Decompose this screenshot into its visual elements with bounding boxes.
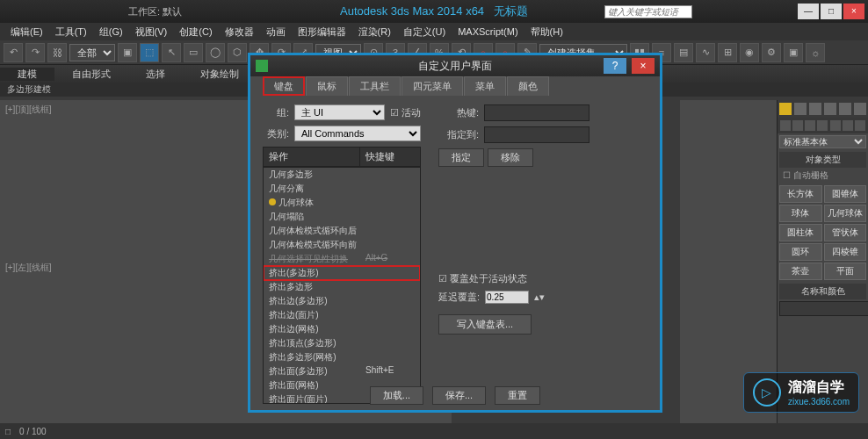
rect-select-icon[interactable]: ▭ bbox=[184, 43, 203, 62]
ribbon-tab[interactable]: 建模 bbox=[0, 68, 54, 81]
menubar[interactable]: 编辑(E)工具(T)组(G)视图(V)创建(C)修改器动画图形编辑器渲染(R)自… bbox=[0, 23, 868, 40]
primitive-button[interactable]: 平面 bbox=[824, 263, 867, 280]
list-item[interactable]: 几何塌陷 bbox=[264, 210, 420, 224]
menu-item[interactable]: 修改器 bbox=[220, 25, 259, 39]
primitive-button[interactable]: 圆环 bbox=[779, 243, 822, 261]
action-column-header[interactable]: 操作 bbox=[264, 148, 360, 166]
dialog-tab[interactable]: 键盘 bbox=[263, 76, 305, 96]
motion-tab-icon[interactable] bbox=[824, 103, 836, 115]
assign-button[interactable]: 指定 bbox=[438, 148, 484, 167]
list-item[interactable]: 挤出面(多边形)Shift+E bbox=[264, 364, 420, 378]
undo-icon[interactable]: ↶ bbox=[4, 43, 23, 62]
primitive-button[interactable]: 圆柱体 bbox=[779, 224, 822, 241]
list-item[interactable]: 挤出边(面片) bbox=[264, 308, 420, 322]
lasso-icon[interactable]: ◯ bbox=[206, 43, 225, 62]
menu-item[interactable]: 组(G) bbox=[94, 25, 128, 39]
schematic-icon[interactable]: ⊞ bbox=[718, 43, 737, 62]
remove-button[interactable]: 移除 bbox=[488, 148, 533, 167]
primitive-button[interactable]: 圆锥体 bbox=[824, 185, 867, 203]
hierarchy-tab-icon[interactable] bbox=[809, 103, 821, 115]
create-tab-icon[interactable] bbox=[779, 103, 792, 115]
list-item[interactable]: 挤出多边形 bbox=[264, 280, 420, 294]
list-item[interactable]: 几何分离 bbox=[264, 182, 420, 196]
layer-select[interactable]: 全部 bbox=[69, 44, 115, 61]
search-input[interactable] bbox=[604, 5, 692, 18]
save-button[interactable]: 保存... bbox=[432, 386, 486, 405]
menu-item[interactable]: 图形编辑器 bbox=[293, 25, 351, 39]
link-icon[interactable]: ⛓ bbox=[47, 43, 67, 62]
dialog-tab[interactable]: 四元菜单 bbox=[401, 76, 463, 96]
list-item[interactable]: 挤出多边形(网格) bbox=[264, 350, 420, 364]
list-item[interactable]: 挤出边(网格) bbox=[264, 322, 420, 336]
render-icon[interactable]: ☼ bbox=[806, 43, 825, 62]
material-icon[interactable]: ◉ bbox=[740, 43, 759, 62]
shapes-cat-icon[interactable] bbox=[792, 120, 803, 131]
hotkey-input[interactable] bbox=[484, 104, 590, 121]
menu-item[interactable]: 动画 bbox=[261, 25, 291, 39]
dialog-tab[interactable]: 菜单 bbox=[464, 76, 506, 96]
systems-cat-icon[interactable] bbox=[855, 120, 865, 131]
hotkey-column-header[interactable]: 快捷键 bbox=[360, 148, 400, 166]
name-color-rollout[interactable]: 名称和颜色 bbox=[779, 284, 866, 299]
object-type-rollout[interactable]: 对象类型 bbox=[779, 152, 866, 168]
dialog-titlebar[interactable]: 自定义用户界面 ? × bbox=[250, 55, 660, 76]
modify-tab-icon[interactable] bbox=[794, 103, 807, 115]
close-button[interactable]: × bbox=[843, 4, 864, 19]
action-list[interactable]: 几何多边形几何分离几何球体几何塌陷几何体检模式循环向后几何体检模式循环向前几何选… bbox=[263, 167, 421, 404]
primitive-button[interactable]: 几何球体 bbox=[824, 205, 867, 222]
list-item[interactable]: 挤出顶点(多边形) bbox=[264, 336, 420, 350]
cursor-icon[interactable]: ↖ bbox=[162, 43, 181, 62]
list-item[interactable]: 几何体检模式循环向前 bbox=[264, 238, 420, 252]
ribbon-tab[interactable]: 选择 bbox=[128, 68, 183, 81]
load-button[interactable]: 加载... bbox=[370, 386, 423, 405]
menu-item[interactable]: 渲染(R) bbox=[353, 25, 396, 39]
delay-spinner[interactable] bbox=[485, 291, 529, 304]
dialog-help-button[interactable]: ? bbox=[604, 58, 626, 74]
list-item[interactable]: 几何多边形 bbox=[264, 168, 420, 182]
list-item[interactable]: 几何体检模式循环向后 bbox=[264, 224, 420, 238]
primitive-button[interactable]: 长方体 bbox=[779, 185, 822, 203]
list-item[interactable]: 挤出边(多边形) bbox=[264, 294, 420, 308]
ribbon-tab[interactable]: 对象绘制 bbox=[183, 68, 257, 81]
viewport-label-left[interactable]: [+][左][线框] bbox=[5, 262, 52, 274]
fence-icon[interactable]: ⬡ bbox=[228, 43, 247, 62]
menu-item[interactable]: 创建(C) bbox=[174, 25, 217, 39]
ribbon-tab[interactable]: 自由形式 bbox=[54, 68, 128, 81]
geometry-cat-icon[interactable] bbox=[780, 120, 791, 131]
render-setup-icon[interactable]: ⚙ bbox=[762, 43, 781, 62]
group-select[interactable]: 主 UI bbox=[294, 104, 385, 120]
category-select[interactable]: All Commands bbox=[294, 126, 421, 141]
primitive-button[interactable]: 管状体 bbox=[824, 224, 867, 241]
dialog-tab[interactable]: 工具栏 bbox=[349, 76, 401, 96]
object-name-input[interactable] bbox=[779, 301, 868, 316]
list-item[interactable]: 挤出(多边形) bbox=[264, 266, 420, 280]
list-item[interactable]: 几何球体 bbox=[264, 196, 420, 210]
menu-item[interactable]: 编辑(E) bbox=[5, 25, 48, 39]
viewport-label-top[interactable]: [+][顶][线框] bbox=[5, 104, 52, 116]
workspace-label[interactable]: 工作区: 默认 bbox=[128, 5, 182, 18]
select-icon[interactable]: ▣ bbox=[118, 43, 137, 62]
cameras-cat-icon[interactable] bbox=[817, 120, 828, 131]
space-cat-icon[interactable] bbox=[843, 120, 853, 131]
curve-editor-icon[interactable]: ∿ bbox=[696, 43, 715, 62]
active-checkbox[interactable]: ☑ 活动 bbox=[390, 106, 421, 119]
autogrid-checkbox[interactable]: ☐ 自动栅格 bbox=[779, 168, 866, 184]
select-object-icon[interactable]: ⬚ bbox=[140, 43, 159, 62]
spinner-arrows-icon[interactable]: ▴▾ bbox=[534, 291, 545, 303]
dialog-tab[interactable]: 颜色 bbox=[507, 76, 549, 96]
reset-button[interactable]: 重置 bbox=[495, 386, 540, 405]
primitive-type-select[interactable]: 标准基本体 bbox=[779, 135, 866, 148]
dialog-close-button[interactable]: × bbox=[632, 58, 655, 74]
primitive-button[interactable]: 茶壶 bbox=[779, 263, 822, 280]
maximize-button[interactable]: □ bbox=[821, 4, 842, 19]
helpers-cat-icon[interactable] bbox=[830, 120, 841, 131]
status-icon[interactable]: □ bbox=[5, 427, 11, 436]
primitive-button[interactable]: 球体 bbox=[779, 205, 822, 222]
menu-item[interactable]: 视图(V) bbox=[130, 25, 173, 39]
utilities-tab-icon[interactable] bbox=[854, 103, 866, 115]
redo-icon[interactable]: ↷ bbox=[25, 43, 45, 62]
display-tab-icon[interactable] bbox=[839, 103, 851, 115]
menu-item[interactable]: 自定义(U) bbox=[398, 25, 451, 39]
minimize-button[interactable]: — bbox=[798, 4, 819, 19]
list-item[interactable]: 几何选择可见性切换Alt+G bbox=[264, 252, 420, 266]
